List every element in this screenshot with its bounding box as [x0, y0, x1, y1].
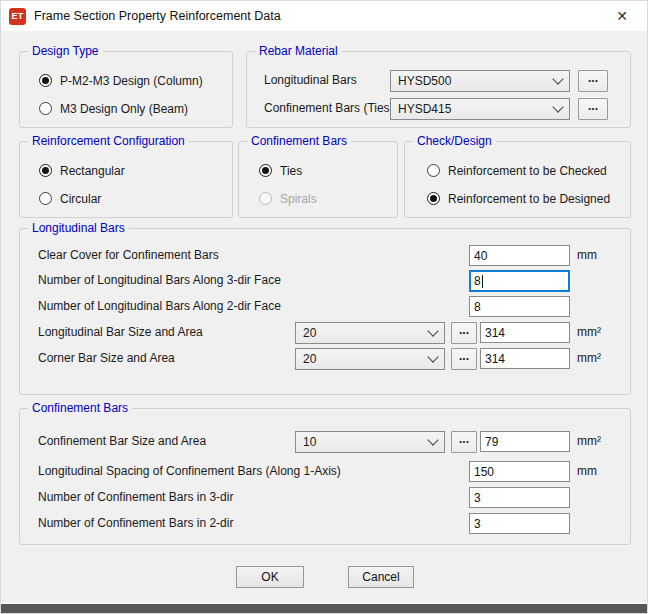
radio-reinforcement-designed-label: Reinforcement to be Designed	[448, 192, 610, 206]
confinement-bar-size-select[interactable]: 10	[295, 431, 445, 453]
longitudinal-bars-material-value: HYSD500	[398, 74, 451, 88]
radio-disabled-icon	[259, 192, 272, 205]
confinement-bars-group: Confinement Bars Confinement Bar Size an…	[19, 408, 631, 545]
radio-ties-label: Ties	[280, 164, 302, 178]
radio-m3-beam[interactable]: M3 Design Only (Beam)	[39, 101, 188, 116]
corner-bar-size-value: 20	[303, 352, 316, 366]
longitudinal-bar-size-select[interactable]: 20	[295, 322, 445, 344]
corner-bar-size-label: Corner Bar Size and Area	[38, 348, 175, 369]
radio-selected-icon	[39, 164, 52, 177]
confinement-bars-material-select[interactable]: HYSD415	[390, 98, 570, 120]
longitudinal-bars-material-select[interactable]: HYSD500	[390, 70, 570, 92]
radio-reinforcement-checked[interactable]: Reinforcement to be Checked	[427, 163, 607, 178]
check-design-group: Check/Design Reinforcement to be Checked…	[404, 141, 631, 218]
confinement-bars-group-title: Confinement Bars	[28, 401, 132, 416]
confinement-bar-size-label: Confinement Bar Size and Area	[38, 431, 206, 452]
radio-reinforcement-designed[interactable]: Reinforcement to be Designed	[427, 191, 610, 206]
ok-button[interactable]: OK	[236, 566, 304, 588]
confinement-material-browse-button[interactable]: ...	[578, 98, 608, 120]
corner-bar-area-input[interactable]	[480, 348, 570, 369]
etabs-app-icon: ET	[9, 8, 26, 25]
radio-selected-icon	[427, 192, 440, 205]
confinement-bar-area-input[interactable]	[480, 431, 570, 452]
longitudinal-bar-size-value: 20	[303, 326, 316, 340]
confinement-3dir-input[interactable]	[469, 487, 570, 508]
radio-circular[interactable]: Circular	[39, 191, 101, 206]
confinement-bar-type-group: Confinement Bars Ties Spirals	[238, 141, 398, 218]
longitudinal-bars-material-label: Longitudinal Bars	[264, 70, 357, 91]
corner-bar-area-unit: mm²	[577, 348, 601, 369]
longitudinal-bar-size-label: Longitudinal Bar Size and Area	[38, 322, 203, 343]
radio-unselected-icon	[39, 102, 52, 115]
confinement-bars-material-value: HYSD415	[398, 102, 451, 116]
confinement-spacing-input[interactable]	[469, 461, 570, 482]
bars-3dir-label: Number of Longitudinal Bars Along 3-dir …	[38, 270, 281, 291]
rebar-material-group: Rebar Material Longitudinal Bars HYSD500…	[246, 51, 631, 128]
bars-3dir-value: 8	[474, 274, 481, 288]
confinement-2dir-label: Number of Confinement Bars in 2-dir	[38, 513, 233, 534]
radio-pm2m3-column[interactable]: P-M2-M3 Design (Column)	[39, 73, 203, 88]
radio-selected-icon	[259, 164, 272, 177]
longitudinal-bars-group-title: Longitudinal Bars	[28, 221, 129, 236]
cancel-button[interactable]: Cancel	[348, 566, 414, 588]
chevron-down-icon	[427, 434, 438, 445]
titlebar: ET Frame Section Property Reinforcement …	[1, 1, 647, 31]
confinement-bar-area-unit: mm²	[577, 431, 601, 452]
design-type-group: Design Type P-M2-M3 Design (Column) M3 D…	[19, 51, 233, 128]
bars-2dir-input[interactable]	[469, 296, 570, 317]
reinforcement-configuration-group: Reinforcement Configuration Rectangular …	[19, 141, 233, 218]
text-caret	[482, 275, 483, 288]
radio-rectangular[interactable]: Rectangular	[39, 163, 125, 178]
radio-m3-beam-label: M3 Design Only (Beam)	[60, 102, 188, 116]
confinement-3dir-label: Number of Confinement Bars in 3-dir	[38, 487, 233, 508]
radio-spirals-label: Spirals	[280, 192, 317, 206]
corner-bar-size-select[interactable]: 20	[295, 348, 445, 370]
confinement-bar-type-group-title: Confinement Bars	[247, 134, 351, 149]
dialog-title: Frame Section Property Reinforcement Dat…	[34, 9, 281, 23]
radio-selected-icon	[39, 74, 52, 87]
radio-spirals-disabled: Spirals	[259, 191, 317, 206]
bars-3dir-input-focused[interactable]: 8	[469, 270, 570, 292]
bars-2dir-label: Number of Longitudinal Bars Along 2-dir …	[38, 296, 281, 317]
window-bottom-edge	[1, 602, 647, 613]
radio-reinforcement-checked-label: Reinforcement to be Checked	[448, 164, 607, 178]
corner-bar-size-browse-button[interactable]: ...	[451, 348, 477, 370]
clear-cover-input[interactable]	[469, 245, 570, 266]
confinement-bar-size-browse-button[interactable]: ...	[451, 431, 477, 453]
confinement-bar-size-value: 10	[303, 435, 316, 449]
confinement-spacing-label: Longitudinal Spacing of Confinement Bars…	[38, 461, 341, 482]
longitudinal-bar-area-unit: mm²	[577, 322, 601, 343]
radio-ties[interactable]: Ties	[259, 163, 302, 178]
confinement-spacing-unit: mm	[577, 461, 597, 482]
frame-section-reinforcement-dialog: ET Frame Section Property Reinforcement …	[0, 0, 648, 614]
confinement-bars-material-label: Confinement Bars (Ties)	[264, 98, 394, 119]
radio-pm2m3-column-label: P-M2-M3 Design (Column)	[60, 74, 203, 88]
radio-unselected-icon	[39, 192, 52, 205]
longitudinal-bars-group: Longitudinal Bars Clear Cover for Confin…	[19, 228, 631, 395]
longitudinal-material-browse-button[interactable]: ...	[578, 70, 608, 92]
design-type-group-title: Design Type	[28, 44, 103, 59]
radio-unselected-icon	[427, 164, 440, 177]
check-design-group-title: Check/Design	[413, 134, 496, 149]
chevron-down-icon	[427, 351, 438, 362]
radio-circular-label: Circular	[60, 192, 101, 206]
reinforcement-configuration-group-title: Reinforcement Configuration	[28, 134, 189, 149]
clear-cover-label: Clear Cover for Confinement Bars	[38, 245, 219, 266]
rebar-material-group-title: Rebar Material	[255, 44, 342, 59]
longitudinal-bar-area-input[interactable]	[480, 322, 570, 343]
confinement-2dir-input[interactable]	[469, 513, 570, 534]
radio-rectangular-label: Rectangular	[60, 164, 125, 178]
longitudinal-bar-size-browse-button[interactable]: ...	[451, 322, 477, 344]
chevron-down-icon	[552, 101, 563, 112]
chevron-down-icon	[552, 73, 563, 84]
close-icon[interactable]: ✕	[605, 1, 639, 31]
chevron-down-icon	[427, 325, 438, 336]
clear-cover-unit: mm	[577, 245, 597, 266]
